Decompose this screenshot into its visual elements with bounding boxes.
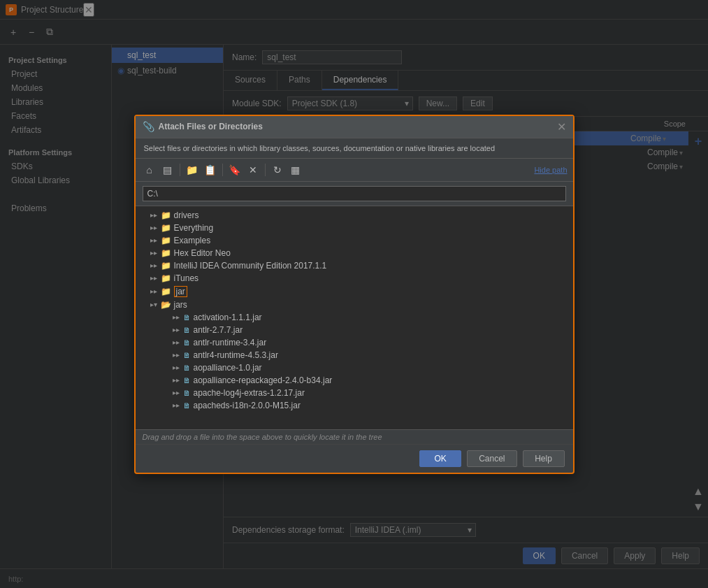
jar-icon-apacheds: 🗎 (183, 401, 191, 410)
tree-item-apache-log4j[interactable]: ▸ 🗎 apache-log4j-extras-1.2.17.jar (136, 387, 573, 399)
tree-arrow-antlr4-runtime: ▸ (172, 351, 180, 359)
tree-item-examples[interactable]: ▸ 📁 Examples (136, 234, 573, 247)
toolbar-copy-path-icon[interactable]: 📋 (202, 162, 219, 178)
dialog-cancel-button[interactable]: Cancel (467, 450, 516, 467)
folder-icon-examples: 📁 (161, 236, 171, 245)
jar-icon-apache-log4j: 🗎 (183, 389, 191, 397)
jar-icon-aopalliance: 🗎 (183, 364, 191, 372)
tree-arrow-drivers: ▸ (150, 211, 158, 219)
folder-icon-everything: 📁 (161, 223, 171, 233)
jar-icon-aopalliance-rep: 🗎 (183, 376, 191, 385)
folder-icon-drivers: 📁 (161, 210, 171, 220)
tree-item-aopalliance[interactable]: ▸ 🗎 aopalliance-1.0.jar (136, 361, 573, 374)
tree-label-aopalliance: aopalliance-1.0.jar (194, 363, 262, 373)
tree-label-drivers: drivers (174, 210, 199, 220)
tree-arrow-jar: ▸ (150, 287, 158, 295)
tree-arrow-apacheds: ▸ (172, 401, 180, 409)
tree-item-antlr4-runtime[interactable]: ▸ 🗎 antlr4-runtime-4.5.3.jar (136, 349, 573, 361)
tree-label-itunes: iTunes (174, 273, 199, 283)
tree-arrow-apache-log4j: ▸ (172, 389, 180, 396)
attach-files-dialog: 📎 Attach Files or Directories ✕ Select f… (134, 115, 575, 474)
jar-icon-activation: 🗎 (183, 313, 191, 322)
tree-item-drivers[interactable]: ▸ 📁 drivers (136, 209, 573, 222)
tree-item-itunes[interactable]: ▸ 📁 iTunes (136, 272, 573, 285)
tree-arrow-itunes: ▸ (150, 274, 158, 282)
tree-label-everything: Everything (174, 223, 214, 233)
toolbar-sep-1 (180, 164, 180, 176)
toolbar-desktop-icon[interactable]: ▤ (159, 162, 176, 178)
tree-item-activation[interactable]: ▸ 🗎 activation-1.1.1.jar (136, 311, 573, 324)
tree-label-activation: activation-1.1.1.jar (194, 313, 262, 322)
tree-item-hex-editor[interactable]: ▸ 📁 Hex Editor Neo (136, 247, 573, 259)
dialog-ok-button[interactable]: OK (419, 450, 461, 467)
tree-arrow-jars: ▾ (150, 301, 158, 308)
tree-label-antlr4-runtime: antlr4-runtime-4.5.3.jar (194, 350, 278, 360)
toolbar-expand-icon[interactable]: ▦ (287, 162, 304, 178)
hide-path-link[interactable]: Hide path (534, 166, 567, 174)
folder-icon-jar: 📁 (161, 287, 171, 296)
folder-icon-itunes: 📁 (161, 273, 171, 283)
tree-item-aopalliance-rep[interactable]: ▸ 🗎 aopalliance-repackaged-2.4.0-b34.jar (136, 374, 573, 387)
path-row (136, 182, 573, 206)
folder-icon-jars: 📂 (161, 300, 171, 310)
dialog-overlay: 📎 Attach Files or Directories ✕ Select f… (0, 0, 708, 588)
tree-label-apacheds: apacheds-i18n-2.0.0-M15.jar (194, 401, 301, 410)
tree-arrow-aopalliance: ▸ (172, 364, 180, 371)
dialog-close-icon[interactable]: ✕ (557, 120, 566, 134)
dialog-icon: 📎 (143, 121, 154, 132)
tree-arrow-activation: ▸ (172, 313, 180, 321)
toolbar-refresh-icon[interactable]: ↻ (269, 162, 286, 178)
tree-item-antlr-277[interactable]: ▸ 🗎 antlr-2.7.7.jar (136, 324, 573, 336)
toolbar-sep-2 (222, 164, 223, 176)
tree-item-apacheds[interactable]: ▸ 🗎 apacheds-i18n-2.0.0-M15.jar (136, 399, 573, 412)
dialog-title-bar: 📎 Attach Files or Directories ✕ (136, 116, 573, 138)
toolbar-new-folder-icon[interactable]: 📁 (184, 162, 201, 178)
folder-icon-hex-editor: 📁 (161, 248, 171, 258)
tree-item-intellij[interactable]: ▸ 📁 IntelliJ IDEA Community Edition 2017… (136, 259, 573, 272)
tree-item-antlr-runtime-34[interactable]: ▸ 🗎 antlr-runtime-3.4.jar (136, 336, 573, 349)
tree-label-intellij: IntelliJ IDEA Community Edition 2017.1.1 (174, 261, 327, 271)
tree-arrow-everything: ▸ (150, 224, 158, 231)
tree-label-examples: Examples (174, 236, 211, 245)
toolbar-bookmark-icon[interactable]: 🔖 (226, 162, 243, 178)
tree-item-jar[interactable]: ▸ 📁 jar (136, 285, 573, 299)
jar-icon-antlr4-runtime: 🗎 (183, 351, 191, 359)
tree-arrow-antlr-277: ▸ (172, 326, 180, 334)
tree-item-everything[interactable]: ▸ 📁 Everything (136, 222, 573, 234)
tree-label-jar: jar (174, 286, 187, 297)
drag-hint: Drag and drop a file into the space abov… (136, 430, 573, 445)
dialog-title-text: Attach Files or Directories (159, 122, 553, 131)
tree-arrow-aopalliance-rep: ▸ (172, 376, 180, 384)
jar-icon-antlr-277: 🗎 (183, 326, 191, 334)
tree-label-aopalliance-rep: aopalliance-repackaged-2.4.0-b34.jar (194, 375, 333, 385)
tree-arrow-intellij: ▸ (150, 261, 158, 269)
dialog-description: Select files or directories in which lib… (136, 138, 573, 159)
toolbar-home-icon[interactable]: ⌂ (141, 162, 158, 178)
tree-label-antlr-runtime-34: antlr-runtime-3.4.jar (194, 338, 267, 347)
tree-item-jars[interactable]: ▾ 📂 jars (136, 299, 573, 311)
folder-icon-intellij: 📁 (161, 261, 171, 271)
tree-arrow-antlr-runtime-34: ▸ (172, 338, 180, 346)
tree-label-antlr-277: antlr-2.7.7.jar (194, 325, 243, 335)
path-input[interactable] (143, 186, 566, 201)
jar-icon-antlr-runtime-34: 🗎 (183, 338, 191, 347)
file-tree[interactable]: ▸ 📁 drivers ▸ 📁 Everything ▸ 📁 Examples … (136, 206, 573, 430)
tree-arrow-examples: ▸ (150, 236, 158, 244)
dialog-buttons: OK Cancel Help (136, 445, 573, 473)
toolbar-sep-3 (265, 164, 266, 176)
tree-label-apache-log4j: apache-log4j-extras-1.2.17.jar (194, 388, 305, 398)
tree-label-jars: jars (174, 300, 187, 310)
tree-arrow-hex-editor: ▸ (150, 249, 158, 257)
dialog-toolbar: ⌂ ▤ 📁 📋 🔖 ✕ ↻ ▦ Hide path (136, 159, 573, 182)
toolbar-delete-icon[interactable]: ✕ (245, 162, 261, 178)
dialog-help-button[interactable]: Help (523, 450, 565, 467)
tree-label-hex-editor: Hex Editor Neo (174, 248, 231, 258)
